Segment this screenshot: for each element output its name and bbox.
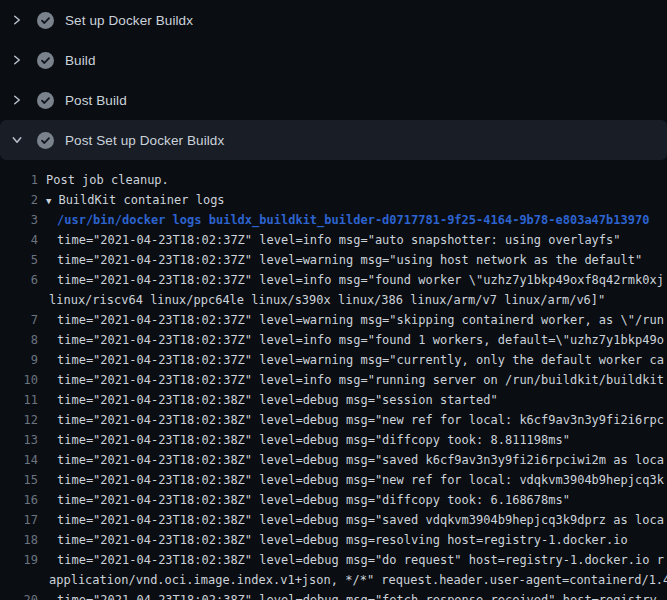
log-text: time="2021-04-23T18:02:38Z" level=debug … [57, 590, 664, 600]
line-number[interactable]: 18 [0, 530, 38, 550]
log-text: time="2021-04-23T18:02:38Z" level=debug … [57, 490, 570, 510]
step-label: Set up Docker Buildx [65, 13, 193, 28]
line-number[interactable]: 8 [0, 330, 38, 350]
chevron-right-icon [10, 93, 24, 107]
log-line: 3 /usr/bin/docker logs buildx_buildkit_b… [0, 210, 667, 230]
log-text: time="2021-04-23T18:02:37Z" level=warnin… [57, 250, 642, 270]
step-row[interactable]: Post Build [0, 80, 667, 120]
log-text: time="2021-04-23T18:02:37Z" level=info m… [57, 270, 664, 290]
check-circle-icon [37, 52, 54, 69]
step-label: Build [65, 53, 96, 68]
log-line: linux/riscv64 linux/ppc64le linux/s390x … [0, 290, 667, 310]
log-line: 9 time="2021-04-23T18:02:37Z" level=warn… [0, 350, 667, 370]
line-number[interactable]: 12 [0, 410, 38, 430]
line-number[interactable]: 17 [0, 510, 38, 530]
group-title: BuildKit container logs [58, 193, 224, 207]
line-number[interactable] [0, 570, 38, 590]
line-number[interactable]: 6 [0, 270, 38, 290]
line-number[interactable]: 20 [0, 590, 38, 600]
line-number[interactable]: 7 [0, 310, 38, 330]
log-text: time="2021-04-23T18:02:38Z" level=debug … [57, 470, 664, 490]
log-line: 12 time="2021-04-23T18:02:38Z" level=deb… [0, 410, 667, 430]
log-text: time="2021-04-23T18:02:37Z" level=warnin… [57, 310, 664, 330]
log-container: 1 Post job cleanup. 2 ▼BuildKit containe… [0, 160, 667, 600]
steps-list: Set up Docker Buildx Build Post Buil [0, 0, 667, 160]
log-text: time="2021-04-23T18:02:37Z" level=info m… [57, 230, 621, 250]
log-line: 4 time="2021-04-23T18:02:37Z" level=info… [0, 230, 667, 250]
line-number[interactable]: 5 [0, 250, 38, 270]
chevron-right-icon [10, 13, 24, 27]
log-text: time="2021-04-23T18:02:38Z" level=debug … [57, 510, 664, 530]
log-line: 8 time="2021-04-23T18:02:37Z" level=info… [0, 330, 667, 350]
group-toggle-icon[interactable]: ▼ [46, 196, 51, 206]
check-circle-icon [37, 92, 54, 109]
check-circle-icon [37, 132, 54, 149]
log-line: application/vnd.oci.image.index.v1+json,… [0, 570, 667, 590]
step-row[interactable]: Set up Docker Buildx [0, 0, 667, 40]
line-number[interactable]: 1 [0, 170, 38, 190]
log-text: time="2021-04-23T18:02:37Z" level=info m… [57, 370, 664, 390]
log-text: time="2021-04-23T18:02:37Z" level=warnin… [57, 350, 664, 370]
log-text: application/vnd.oci.image.index.v1+json,… [49, 570, 667, 590]
log-line: 1 Post job cleanup. [0, 170, 667, 190]
line-number[interactable]: 10 [0, 370, 38, 390]
line-number[interactable] [0, 290, 38, 310]
log-line: 2 ▼BuildKit container logs [0, 190, 667, 210]
log-text: time="2021-04-23T18:02:37Z" level=info m… [57, 330, 664, 350]
log-line: 19 time="2021-04-23T18:02:38Z" level=deb… [0, 550, 667, 570]
log-line: 16 time="2021-04-23T18:02:38Z" level=deb… [0, 490, 667, 510]
line-number[interactable]: 4 [0, 230, 38, 250]
chevron-down-icon [10, 133, 24, 147]
step-row[interactable]: Post Set up Docker Buildx [0, 120, 667, 160]
actions-log-panel: Set up Docker Buildx Build Post Buil [0, 0, 667, 600]
line-number[interactable]: 16 [0, 490, 38, 510]
log-line: 5 time="2021-04-23T18:02:37Z" level=warn… [0, 250, 667, 270]
step-label: Post Build [65, 93, 127, 108]
log-line: 14 time="2021-04-23T18:02:38Z" level=deb… [0, 450, 667, 470]
log-text: Post job cleanup. [46, 170, 169, 190]
check-circle-icon [37, 12, 54, 29]
log-text: linux/riscv64 linux/ppc64le linux/s390x … [49, 290, 605, 310]
log-text: time="2021-04-23T18:02:38Z" level=debug … [57, 390, 498, 410]
log-line: 11 time="2021-04-23T18:02:38Z" level=deb… [0, 390, 667, 410]
log-text: time="2021-04-23T18:02:38Z" level=debug … [57, 550, 664, 570]
line-number[interactable]: 13 [0, 430, 38, 450]
log-line: 7 time="2021-04-23T18:02:37Z" level=warn… [0, 310, 667, 330]
log-text: time="2021-04-23T18:02:38Z" level=debug … [57, 530, 628, 550]
log-line: 6 time="2021-04-23T18:02:37Z" level=info… [0, 270, 667, 290]
line-number[interactable]: 15 [0, 470, 38, 490]
step-label: Post Set up Docker Buildx [65, 133, 224, 148]
line-number[interactable]: 2 [0, 190, 38, 210]
line-number[interactable]: 3 [0, 210, 38, 230]
line-number[interactable]: 11 [0, 390, 38, 410]
log-line: 18 time="2021-04-23T18:02:38Z" level=deb… [0, 530, 667, 550]
chevron-right-icon [10, 53, 24, 67]
log-text: time="2021-04-23T18:02:38Z" level=debug … [57, 430, 570, 450]
line-number[interactable]: 9 [0, 350, 38, 370]
log-line: 10 time="2021-04-23T18:02:37Z" level=inf… [0, 370, 667, 390]
log-line: 17 time="2021-04-23T18:02:38Z" level=deb… [0, 510, 667, 530]
step-row[interactable]: Build [0, 40, 667, 80]
command-text: /usr/bin/docker logs buildx_buildkit_bui… [57, 210, 649, 230]
log-line: 20 time="2021-04-23T18:02:38Z" level=deb… [0, 590, 667, 600]
log-text: ▼BuildKit container logs [46, 190, 225, 210]
log-line: 15 time="2021-04-23T18:02:38Z" level=deb… [0, 470, 667, 490]
log-text: time="2021-04-23T18:02:38Z" level=debug … [57, 450, 664, 470]
line-number[interactable]: 14 [0, 450, 38, 470]
log-text: time="2021-04-23T18:02:38Z" level=debug … [57, 410, 664, 430]
log-line: 13 time="2021-04-23T18:02:38Z" level=deb… [0, 430, 667, 450]
line-number[interactable]: 19 [0, 550, 38, 570]
